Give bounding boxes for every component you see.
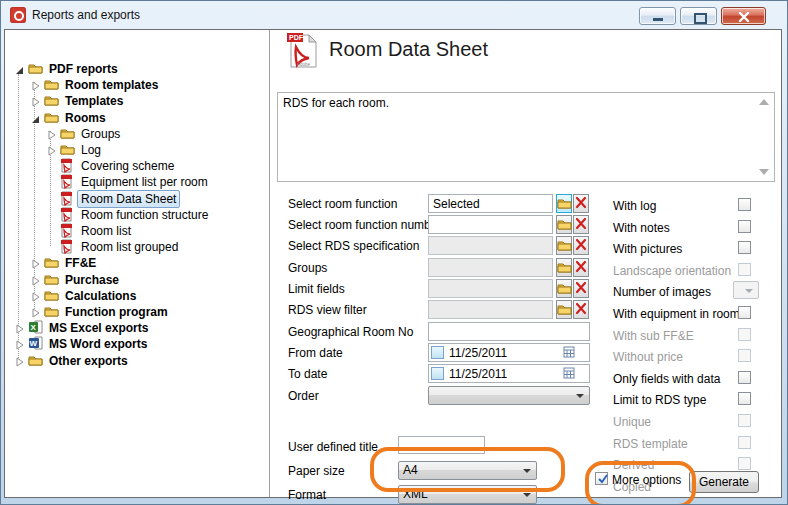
tree-item-room-list-grouped[interactable]: Room list grouped	[5, 238, 269, 254]
tree-item-room-function-structure[interactable]: Room function structure	[5, 206, 269, 222]
calendar-icon[interactable]	[563, 346, 575, 362]
reports-tree-panel: PDF reportsRoom templatesTemplatesRoomsG…	[5, 30, 270, 497]
derived-checkbox	[738, 457, 751, 470]
tree-item-other-exports[interactable]: Other exports	[5, 352, 269, 368]
client-area: PDF reportsRoom templatesTemplatesRoomsG…	[4, 29, 782, 498]
limit-fields-input	[428, 279, 553, 298]
clear-x-icon	[575, 216, 587, 234]
with-notes-checkbox[interactable]	[738, 220, 751, 233]
close-button[interactable]	[721, 7, 766, 25]
more-options-label: More options	[612, 473, 681, 487]
tree-item-label[interactable]: MS Word exports	[45, 335, 151, 353]
user-defined-title-input[interactable]	[398, 436, 485, 454]
to-date-enable-checkbox[interactable]	[431, 367, 444, 380]
expand-arrow-icon[interactable]	[31, 95, 41, 105]
expand-arrow-icon[interactable]	[15, 338, 25, 348]
tree-item-label[interactable]: Equipment list per room	[77, 173, 212, 191]
geographical-room-no-input[interactable]	[428, 322, 590, 341]
tree-item-label[interactable]: Templates	[61, 92, 127, 110]
maximize-button[interactable]	[680, 7, 717, 25]
expand-arrow-icon[interactable]	[31, 290, 41, 300]
tree-item-room-list[interactable]: Room list	[5, 222, 269, 238]
from-date-picker[interactable]: 11/25/2011	[428, 343, 590, 362]
expand-arrow-icon[interactable]	[31, 306, 41, 316]
with-pictures-checkbox[interactable]	[738, 241, 751, 254]
svg-text:W: W	[30, 339, 38, 348]
clear-select-room-function-button[interactable]	[573, 194, 589, 213]
expand-arrow-icon[interactable]	[31, 257, 41, 267]
browse-limit-fields-button[interactable]	[556, 279, 572, 298]
tree-item-label[interactable]: FF&E	[61, 254, 100, 272]
to-date-picker[interactable]: 11/25/2011	[428, 364, 590, 383]
expand-arrow-icon[interactable]	[47, 144, 57, 154]
folder-icon	[557, 301, 572, 319]
more-options-checkbox[interactable]	[595, 472, 608, 485]
folder-icon	[44, 77, 59, 91]
clear-limit-fields-button[interactable]	[573, 279, 589, 298]
app-icon	[10, 7, 26, 23]
tree-item-ms-excel-exports[interactable]: XMS Excel exports	[5, 319, 269, 335]
tree-item-function-program[interactable]: Function program	[5, 303, 269, 319]
report-description-box[interactable]: RDS for each room.	[277, 92, 775, 182]
scroll-down-icon[interactable]	[759, 169, 769, 175]
with-equipment-in-room-checkbox[interactable]	[738, 306, 751, 319]
folder-icon	[44, 272, 59, 286]
expand-arrow-icon[interactable]	[15, 322, 25, 332]
minimize-button[interactable]	[639, 7, 676, 25]
tree-item-room-data-sheet[interactable]: Room Data Sheet	[5, 190, 269, 206]
generate-button[interactable]: Generate	[689, 471, 759, 493]
scroll-up-icon[interactable]	[759, 99, 769, 105]
limit-to-rds-type-checkbox[interactable]	[738, 392, 751, 405]
minimize-icon	[653, 18, 663, 21]
report-detail-panel: PDF Adobe Room Data Sheet RDS for each r…	[271, 30, 781, 497]
pdf-report-icon: PDF Adobe	[285, 32, 319, 74]
select-room-function-input[interactable]: Selected	[428, 194, 553, 213]
collapse-arrow-icon[interactable]	[31, 112, 41, 122]
clear-groups-button[interactable]	[573, 258, 589, 277]
tree-item-rooms[interactable]: Rooms	[5, 109, 269, 125]
word-icon: W	[28, 336, 43, 350]
option-label-limit-to-rds-type: Limit to RDS type	[613, 393, 706, 407]
tree-item-room-templates[interactable]: Room templates	[5, 76, 269, 92]
only-fields-with-data-checkbox[interactable]	[738, 371, 751, 384]
clear-rds-view-filter-button[interactable]	[573, 300, 589, 319]
tree-item-calculations[interactable]: Calculations	[5, 287, 269, 303]
format-select[interactable]: XML	[398, 485, 537, 504]
with-log-checkbox[interactable]	[738, 198, 751, 211]
tree-item-covering-scheme[interactable]: Covering scheme	[5, 157, 269, 173]
expand-arrow-icon[interactable]	[31, 274, 41, 284]
browse-rds-view-filter-button[interactable]	[556, 300, 572, 319]
tree-item-label[interactable]: Other exports	[45, 352, 132, 370]
expand-arrow-icon[interactable]	[47, 128, 57, 138]
collapse-arrow-icon[interactable]	[15, 63, 25, 73]
select-room-function-number-input[interactable]	[428, 215, 553, 234]
clear-select-room-function-number-button[interactable]	[573, 215, 589, 234]
tree-item-log[interactable]: Log	[5, 141, 269, 157]
tree-item-pdf-reports[interactable]: PDF reports	[5, 60, 269, 76]
option-label-unique: Unique	[613, 415, 651, 429]
from-date-enable-checkbox[interactable]	[431, 346, 444, 359]
field-label-geographical-room-no: Geographical Room No	[288, 325, 413, 339]
paper-size-select[interactable]: A4	[398, 461, 537, 480]
tree-item-equipment-list-per-room[interactable]: Equipment list per room	[5, 173, 269, 189]
folder-icon	[44, 93, 59, 107]
browse-groups-button[interactable]	[556, 258, 572, 277]
tree-item-ms-word-exports[interactable]: WMS Word exports	[5, 335, 269, 351]
option-label-without-price: Without price	[613, 350, 683, 364]
expand-arrow-icon[interactable]	[15, 355, 25, 365]
field-label-select-room-function-number: Select room function number	[288, 218, 441, 232]
window-title: Reports and exports	[32, 8, 140, 22]
tree-item-templates[interactable]: Templates	[5, 92, 269, 108]
order-select[interactable]	[428, 386, 590, 405]
clear-select-rds-specification-button[interactable]	[573, 236, 589, 255]
calendar-icon[interactable]	[563, 367, 575, 383]
title-bar[interactable]: Reports and exports	[1, 1, 787, 29]
expand-arrow-icon[interactable]	[31, 79, 41, 89]
with-sub-ff-e-checkbox	[738, 328, 751, 341]
browse-select-room-function-number-button[interactable]	[556, 215, 572, 234]
tree-item-groups[interactable]: Groups	[5, 125, 269, 141]
tree-item-ff-e[interactable]: FF&E	[5, 254, 269, 270]
browse-select-rds-specification-button[interactable]	[556, 236, 572, 255]
browse-select-room-function-button[interactable]	[556, 194, 572, 213]
tree-item-purchase[interactable]: Purchase	[5, 271, 269, 287]
